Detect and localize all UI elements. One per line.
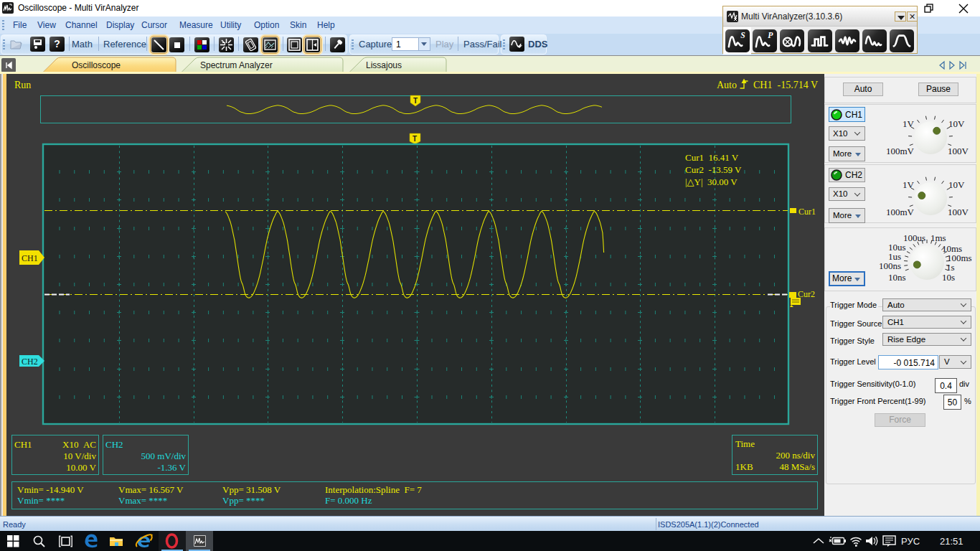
svg-text:10.00 V: 10.00 V [66, 462, 96, 473]
svg-text:48 MSa/s: 48 MSa/s [780, 461, 815, 472]
svg-text:Interpolation:Spline F= 7: Interpolation:Spline F= 7 [325, 484, 422, 495]
svg-text:T: T [413, 135, 417, 143]
svg-text:Cur1 16.41 V: Cur1 16.41 V [685, 152, 739, 163]
svg-text:1KB: 1KB [735, 461, 753, 472]
svg-text:CH1: CH1 [22, 253, 38, 263]
svg-text:10 V/div: 10 V/div [63, 451, 96, 461]
svg-text:Vmin= ****: Vmin= **** [17, 495, 65, 506]
svg-text:Time: Time [735, 438, 755, 449]
svg-text:Vmax= ****: Vmax= **** [118, 495, 167, 506]
svg-text:Vpp= 31.508 V: Vpp= 31.508 V [222, 484, 281, 495]
svg-text:|△Y| 30.00 V: |△Y| 30.00 V [685, 176, 738, 187]
svg-text:CH2: CH2 [22, 357, 38, 367]
svg-text:CH1: CH1 [14, 439, 32, 450]
svg-text:Cur2 -13.59 V: Cur2 -13.59 V [685, 164, 742, 175]
svg-text:Vmax= 16.567 V: Vmax= 16.567 V [118, 484, 184, 495]
svg-text:200 ns/div: 200 ns/div [776, 450, 815, 461]
svg-text:Auto: Auto [717, 80, 737, 90]
svg-text:X10 AC: X10 AC [62, 439, 96, 450]
svg-text:P: P [768, 31, 773, 40]
svg-text:S: S [740, 31, 745, 40]
svg-text:500 mV/div: 500 mV/div [141, 451, 187, 461]
svg-text:Cur1: Cur1 [798, 207, 816, 217]
svg-text:Run: Run [14, 80, 31, 90]
svg-text:T: T [413, 97, 418, 105]
svg-text:F= 0.000 Hz: F= 0.000 Hz [325, 495, 372, 506]
svg-text:Vpp= ****: Vpp= **** [222, 495, 265, 506]
svg-text:CH1 -15.714 V: CH1 -15.714 V [753, 80, 818, 90]
svg-text:Cur2: Cur2 [798, 289, 815, 299]
svg-text:Vmin= -14.940 V: Vmin= -14.940 V [17, 484, 84, 495]
svg-text:CH2: CH2 [105, 439, 123, 450]
svg-text:-1.36 V: -1.36 V [158, 462, 187, 473]
